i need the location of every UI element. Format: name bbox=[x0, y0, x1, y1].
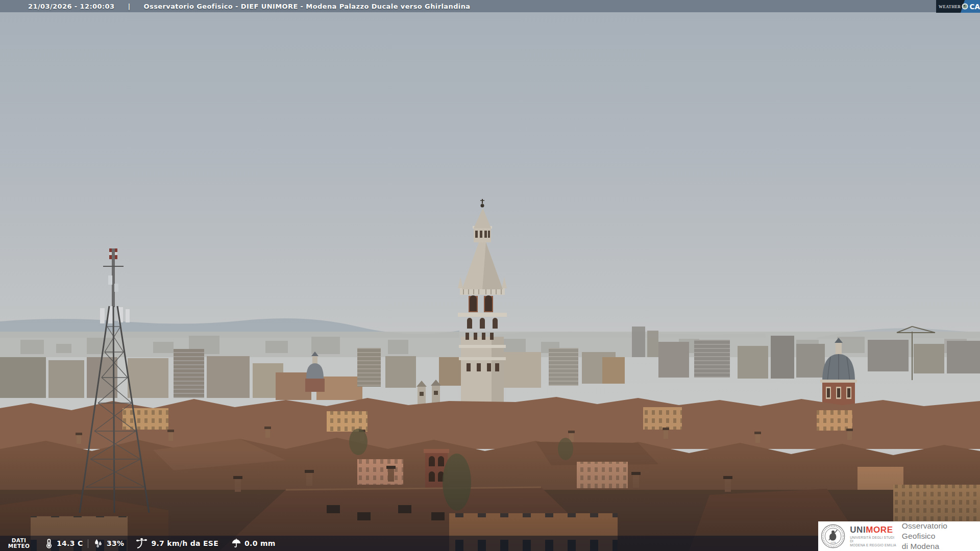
weathercam-weather-label: Weather bbox=[939, 4, 961, 9]
weathercam-cam-label: CAM bbox=[969, 3, 980, 11]
page-title: Osservatorio Geofisico - DIEF UNIMORE - … bbox=[144, 3, 471, 10]
university-name: UNIVERSITÀ DEGLI STUDI DI MODENA E REGGI… bbox=[850, 536, 897, 547]
humidity-reading: 33% bbox=[93, 538, 124, 549]
weathercam-logo[interactable]: Weather CAM bbox=[936, 0, 980, 13]
wind-reading: 9.7 km/h da ESE bbox=[135, 537, 218, 549]
camera-lens-icon bbox=[962, 3, 968, 10]
humidity-drops-icon bbox=[93, 538, 104, 549]
umbrella-icon bbox=[231, 538, 242, 549]
rain-reading: 0.0 mm bbox=[231, 538, 276, 549]
unimore-seal-logo: 1175 bbox=[821, 523, 845, 549]
seal-year: 1175 bbox=[830, 541, 836, 544]
anemometer-icon bbox=[135, 537, 149, 549]
webcam-photo bbox=[0, 0, 980, 551]
timestamp: 21/03/2026 - 12:00:03 bbox=[28, 3, 114, 10]
title-bar: 21/03/2026 - 12:00:03 | Osservatorio Geo… bbox=[0, 0, 980, 12]
thermometer-icon bbox=[44, 537, 54, 549]
unimore-credit-card[interactable]: 1175 UNIMORE UNIVERSITÀ DEGLI STUDI DI M… bbox=[818, 521, 980, 551]
observatory-name: Osservatorio Geofisico di Modena bbox=[902, 521, 980, 551]
wind-value: 9.7 km/h da ESE bbox=[151, 539, 218, 547]
title-separator: | bbox=[128, 3, 130, 10]
temperature-reading: 14.3 C bbox=[44, 537, 83, 549]
humidity-value: 33% bbox=[107, 539, 124, 547]
weather-separator bbox=[88, 539, 89, 548]
webcam-frame: 21/03/2026 - 12:00:03 | Osservatorio Geo… bbox=[0, 0, 980, 551]
rain-value: 0.0 mm bbox=[244, 539, 276, 547]
temperature-value: 14.3 C bbox=[57, 539, 83, 547]
unimore-wordmark-block: UNIMORE UNIVERSITÀ DEGLI STUDI DI MODENA… bbox=[850, 525, 897, 547]
dati-meteo-label: DATI METEO bbox=[7, 538, 31, 549]
unimore-wordmark: UNIMORE bbox=[850, 525, 897, 535]
